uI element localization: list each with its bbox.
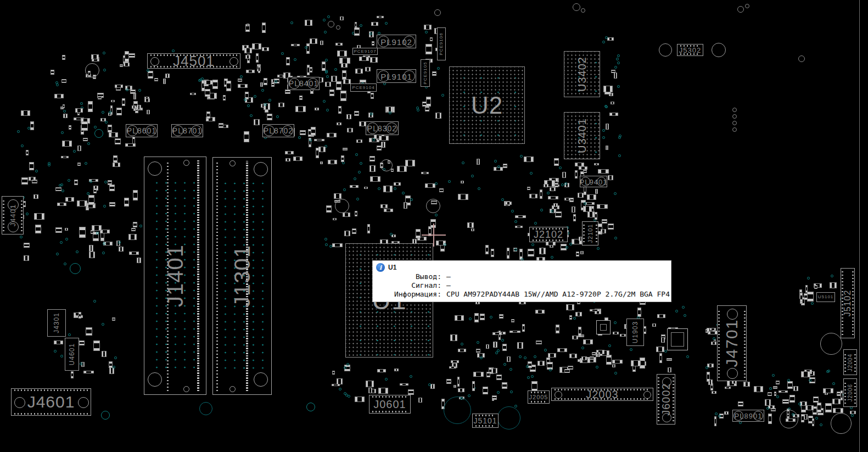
component-pl9101[interactable]: PL9101 xyxy=(377,69,416,83)
component-footprint xyxy=(35,225,41,233)
component-footprint xyxy=(256,53,259,63)
component-pl9102[interactable]: PL9102 xyxy=(377,35,416,48)
mounting-hole xyxy=(798,55,805,62)
via xyxy=(139,225,142,227)
component-pl8302[interactable]: PL8302 xyxy=(366,121,399,135)
component-pl9401[interactable]: PL9401 xyxy=(580,176,607,187)
via xyxy=(561,183,564,186)
component-footprint xyxy=(765,399,771,406)
mounting-hole xyxy=(573,3,580,11)
via xyxy=(298,136,301,139)
component-j5302[interactable]: J5302 xyxy=(677,44,703,56)
component-label: J2102 xyxy=(534,230,563,239)
component-j4301[interactable]: J4301 xyxy=(47,309,66,337)
via xyxy=(390,233,393,236)
component-j0601[interactable]: J0601 xyxy=(369,395,411,414)
component-label: J2006 xyxy=(848,384,853,401)
component-u3401[interactable]: U3401 xyxy=(564,112,600,159)
component-u2[interactable]: U2 xyxy=(449,66,525,144)
via xyxy=(343,188,346,191)
via xyxy=(394,187,396,190)
mounting-hole xyxy=(712,43,726,57)
component-pce9104[interactable]: PCE9104 xyxy=(350,83,377,92)
component-footprint xyxy=(539,248,546,254)
component-footprint xyxy=(379,136,389,141)
component-pce9105[interactable]: PCE9105 xyxy=(421,59,430,87)
component-j2003[interactable]: J2003 xyxy=(551,388,653,401)
component-j2102[interactable]: J2102 xyxy=(529,227,568,242)
component-j4701[interactable]: J4701 xyxy=(717,305,747,381)
component-footprint xyxy=(190,93,196,95)
component-footprint xyxy=(343,79,351,84)
component-footprint xyxy=(384,209,393,212)
component-u1903[interactable]: U1903 xyxy=(626,319,644,346)
component-footprint xyxy=(51,70,54,75)
component-j1301[interactable]: J1301 xyxy=(212,157,272,395)
component-j4601[interactable]: J4601 xyxy=(11,388,91,416)
component-footprint xyxy=(79,312,81,319)
component-j1401[interactable]: J1401 xyxy=(144,157,206,395)
component-pce9106[interactable]: PCE9106 xyxy=(437,27,446,60)
component-footprint xyxy=(131,228,136,231)
component-j2006[interactable]: J2006 xyxy=(843,378,857,407)
component-footprint xyxy=(333,218,337,220)
component-u5101[interactable]: U5101 xyxy=(816,292,835,302)
component-pl8901[interactable]: PL8901 xyxy=(732,410,764,422)
mounting-hole xyxy=(335,199,349,213)
via xyxy=(27,127,30,130)
component-pl8701[interactable]: PL8701 xyxy=(171,124,203,137)
component-footprint xyxy=(738,401,743,406)
component-footprint xyxy=(223,95,226,101)
component-j2005[interactable]: J2005 xyxy=(528,390,550,404)
pin-row xyxy=(596,225,597,242)
component-footprint xyxy=(575,170,578,178)
via xyxy=(547,192,550,194)
pin-row xyxy=(475,425,495,427)
component-footprint xyxy=(435,113,441,119)
selection-crosshair xyxy=(433,224,434,247)
via xyxy=(437,67,440,70)
component-j5101[interactable]: J5101 xyxy=(472,414,499,428)
mounting-hole xyxy=(254,162,268,176)
component-footprint xyxy=(492,332,502,335)
component-footprint xyxy=(77,146,81,151)
component-j2004[interactable]: J2004 xyxy=(843,349,857,375)
component-j6002[interactable]: J6002 xyxy=(657,374,675,425)
component-footprint xyxy=(814,285,817,289)
component-label: PL8302 xyxy=(367,125,397,132)
component-pce9107[interactable]: PCE9107 xyxy=(352,48,378,55)
component-u4601[interactable]: U4601 xyxy=(65,338,79,371)
component-footprint xyxy=(71,371,74,378)
via xyxy=(138,89,141,92)
via xyxy=(602,41,605,43)
component-footprint xyxy=(544,184,548,187)
component-j4401[interactable]: J4401 xyxy=(2,196,24,235)
component-footprint xyxy=(81,121,88,131)
component-footprint xyxy=(391,169,394,172)
via xyxy=(441,94,444,97)
qfp-footprint xyxy=(667,328,688,350)
via xyxy=(469,317,472,320)
via xyxy=(510,390,513,393)
via xyxy=(524,356,527,359)
component-footprint xyxy=(21,110,30,116)
component-j5102[interactable]: J5102 xyxy=(841,268,855,338)
mounting-hole xyxy=(426,199,440,213)
component-footprint xyxy=(359,57,369,61)
component-j4501[interactable]: J4501 xyxy=(147,53,240,69)
component-footprint xyxy=(517,342,523,349)
via xyxy=(325,71,328,74)
component-pl8702[interactable]: PL8702 xyxy=(262,124,294,137)
boardview-canvas[interactable]: J4501PL9102PL9101PL8401PL8601PL8701PL870… xyxy=(0,0,868,452)
pin-hole xyxy=(229,160,236,166)
component-footprint xyxy=(587,211,595,217)
via xyxy=(501,339,504,342)
via xyxy=(113,366,115,369)
component-u3402[interactable]: U3402 xyxy=(564,51,600,97)
component-pl8401[interactable]: PL8401 xyxy=(288,77,320,90)
component-pl8601[interactable]: PL8601 xyxy=(126,124,158,137)
component-j2101[interactable]: J2101 xyxy=(582,221,598,245)
component-footprint xyxy=(486,344,489,349)
component-footprint xyxy=(782,399,789,404)
component-footprint xyxy=(467,222,474,228)
